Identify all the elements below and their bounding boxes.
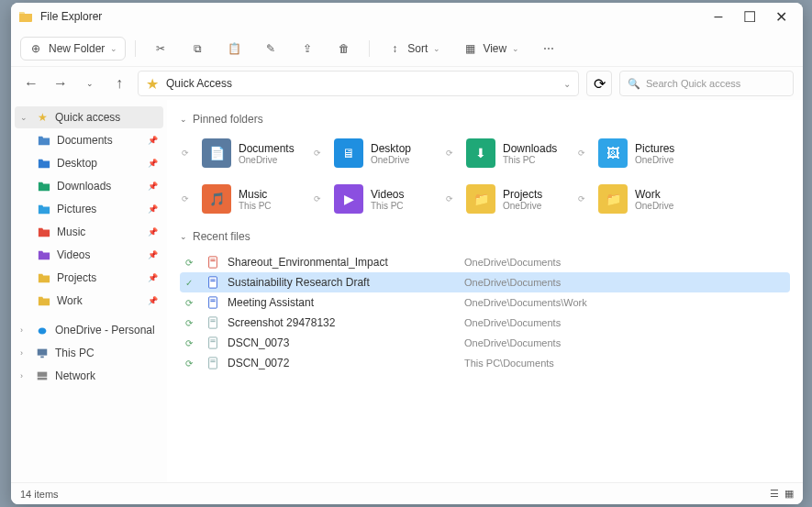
close-button[interactable]: ✕: [766, 6, 795, 28]
window-title: File Explorer: [40, 10, 102, 23]
pin-icon: 📌: [148, 136, 158, 145]
pin-icon: 📌: [148, 250, 158, 259]
file-icon: [206, 357, 220, 369]
file-icon: [206, 336, 220, 349]
maximize-button[interactable]: ☐: [735, 6, 764, 28]
file-row[interactable]: ⟳DSCN_0072This PC\Documents: [180, 353, 790, 373]
folder-icon: 🖼: [598, 138, 628, 168]
sidebar-item-pictures[interactable]: Pictures📌: [31, 198, 163, 220]
sidebar-item-this-pc[interactable]: ›This PC: [15, 342, 163, 364]
svg-rect-6: [210, 260, 215, 261]
pin-icon: ⟳: [446, 194, 457, 204]
chevron-down-icon: ⌄: [110, 44, 117, 53]
details-view-button[interactable]: ☰: [770, 488, 779, 500]
file-row[interactable]: ⟳Screenshot 29478132OneDrive\Documents: [180, 313, 790, 333]
up-button[interactable]: ↑: [108, 72, 130, 94]
sidebar-item-network[interactable]: ›Network: [15, 365, 163, 387]
group-pinned-header[interactable]: ⌄ Pinned folders: [180, 113, 790, 126]
sync-status-icon: ⟳: [185, 258, 198, 268]
file-row[interactable]: ✓Sustainability Research DraftOneDrive\D…: [180, 272, 790, 292]
pinned-folder-desktop[interactable]: ⟳🖥DesktopOneDrive: [312, 135, 431, 171]
thumbnails-view-button[interactable]: ▦: [784, 488, 794, 500]
sync-status-icon: ✓: [185, 278, 198, 288]
pin-icon: ⟳: [578, 194, 589, 204]
sidebar-item-projects[interactable]: Projects📌: [31, 267, 163, 289]
new-folder-button[interactable]: ⊕ New Folder ⌄: [20, 37, 126, 61]
chevron-down-icon: ⌄: [180, 115, 187, 124]
drive-icon: [35, 346, 50, 360]
address-bar[interactable]: ★ Quick Access ⌄: [138, 71, 579, 96]
delete-button[interactable]: 🗑: [328, 37, 360, 61]
sidebar-item-onedrive-personal[interactable]: ›OneDrive - Personal: [15, 319, 163, 341]
svg-rect-11: [210, 300, 215, 301]
trash-icon: 🗑: [337, 41, 351, 56]
cut-button[interactable]: ✂: [145, 37, 176, 61]
recent-dropdown[interactable]: ⌄: [79, 72, 101, 94]
pin-icon: 📌: [148, 227, 158, 237]
file-icon: [206, 276, 220, 289]
folder-icon: [37, 202, 51, 216]
pinned-folder-videos[interactable]: ⟳▶VideosThis PC: [312, 181, 431, 217]
file-row[interactable]: ⟳Meeting AssistantOneDrive\Documents\Wor…: [180, 292, 790, 313]
folder-icon: ▶: [334, 184, 363, 214]
file-icon: [206, 296, 220, 309]
pinned-folder-projects[interactable]: ⟳📁ProjectsOneDrive: [444, 181, 563, 217]
search-icon: 🔍: [628, 78, 640, 90]
paste-button[interactable]: 📋: [218, 37, 250, 61]
chevron-down-icon: ⌄: [180, 232, 187, 241]
chevron-down-icon: ⌄: [563, 79, 571, 89]
pinned-folder-downloads[interactable]: ⟳⬇DownloadsThis PC: [444, 135, 563, 171]
star-icon: ★: [35, 110, 50, 125]
group-recent-header[interactable]: ⌄ Recent files: [180, 230, 790, 243]
sidebar-item-music[interactable]: Music📌: [31, 221, 163, 243]
copy-button[interactable]: ⧉: [182, 37, 213, 61]
svg-rect-14: [210, 320, 215, 321]
pin-icon: ⟳: [446, 149, 457, 158]
pinned-folder-documents[interactable]: ⟳📄DocumentsOneDrive: [180, 135, 299, 171]
pinned-folder-music[interactable]: ⟳🎵MusicThis PC: [180, 181, 299, 217]
sidebar-item-videos[interactable]: Videos📌: [31, 244, 163, 266]
sidebar-item-quick-access[interactable]: ⌄ ★ Quick access: [15, 106, 163, 128]
more-button[interactable]: ⋯: [533, 37, 564, 61]
share-button[interactable]: ⇪: [292, 37, 323, 61]
pinned-folder-work[interactable]: ⟳📁WorkOneDrive: [576, 181, 695, 217]
more-icon: ⋯: [541, 41, 556, 56]
folder-icon: ⬇: [466, 138, 495, 168]
view-icon: ▦: [462, 41, 477, 56]
cut-icon: ✂: [153, 41, 168, 56]
svg-rect-4: [209, 257, 217, 268]
copy-icon: ⧉: [190, 41, 205, 56]
rename-button[interactable]: ✎: [255, 37, 286, 61]
sidebar-item-desktop[interactable]: Desktop📌: [31, 152, 163, 174]
sync-status-icon: ⟳: [185, 318, 198, 328]
folder-icon: [37, 248, 51, 262]
file-row[interactable]: ⟳Shareout_Environmental_ImpactOneDrive\D…: [180, 252, 790, 272]
drive-icon: [35, 369, 50, 383]
minimize-button[interactable]: –: [704, 6, 733, 28]
pin-icon: 📌: [148, 204, 158, 214]
pin-icon: ⟳: [314, 194, 325, 204]
sidebar-item-documents[interactable]: Documents📌: [31, 129, 163, 151]
pin-icon: 📌: [148, 182, 158, 191]
back-button[interactable]: ←: [20, 72, 42, 94]
refresh-button[interactable]: ⟳: [586, 71, 612, 96]
folder-icon: 📁: [466, 184, 495, 214]
file-row[interactable]: ⟳DSCN_0073OneDrive\Documents: [180, 333, 790, 353]
pin-icon: ⟳: [314, 149, 325, 158]
titlebar: File Explorer – ☐ ✕: [11, 3, 803, 30]
view-button[interactable]: ▦ View ⌄: [454, 37, 528, 61]
sidebar-item-downloads[interactable]: Downloads📌: [31, 175, 163, 197]
svg-rect-18: [210, 341, 215, 342]
pin-icon: 📌: [148, 159, 158, 168]
svg-rect-19: [209, 358, 217, 369]
sidebar-item-work[interactable]: Work📌: [31, 290, 163, 312]
forward-button[interactable]: →: [50, 72, 72, 94]
svg-rect-12: [210, 301, 215, 302]
sidebar: ⌄ ★ Quick access Documents📌Desktop📌Downl…: [11, 100, 167, 482]
pin-icon: ⟳: [578, 149, 589, 158]
folder-icon: [37, 133, 51, 148]
pinned-folder-pictures[interactable]: ⟳🖼PicturesOneDrive: [576, 135, 695, 171]
search-input[interactable]: 🔍 Search Quick access: [619, 71, 794, 96]
sort-button[interactable]: ↕ Sort ⌄: [379, 37, 449, 61]
folder-icon: 📄: [202, 138, 231, 168]
